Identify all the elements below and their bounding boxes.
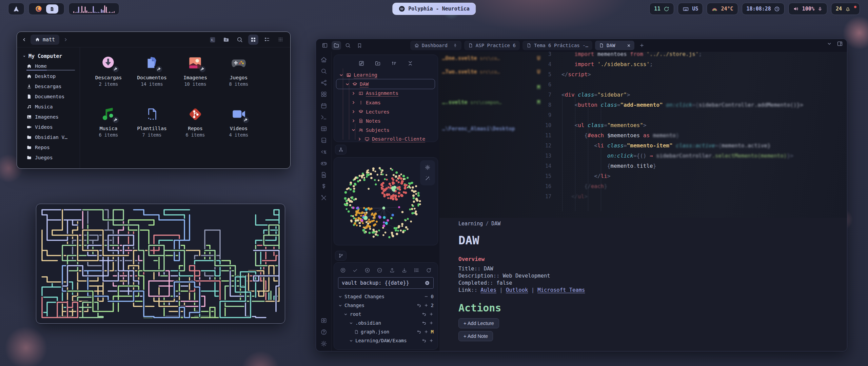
- ribbon-book-icon[interactable]: [320, 137, 327, 144]
- fm-sidebar-item-documentos[interactable]: Documentos: [17, 92, 80, 102]
- tree-item-lectures[interactable]: Lectures: [334, 107, 438, 116]
- files-tab-icon[interactable]: [332, 41, 341, 50]
- tree-item-exams[interactable]: Exams: [334, 98, 438, 107]
- ribbon-dollar-icon[interactable]: [320, 183, 327, 190]
- sidebar-section-header[interactable]: My Computer: [17, 52, 80, 61]
- grid-view-button[interactable]: [248, 35, 258, 45]
- commit-message-input[interactable]: vault backup: {{date}}: [338, 277, 434, 289]
- clear-message-icon[interactable]: [425, 280, 430, 286]
- menu-button[interactable]: [275, 35, 285, 45]
- note-button-add-lecture[interactable]: + Add Lecture: [458, 318, 499, 328]
- chevron-down-icon[interactable]: [338, 294, 342, 299]
- ribbon-help-icon[interactable]: [320, 329, 327, 336]
- git-action-undo-icon[interactable]: [422, 321, 427, 325]
- git-circle-up-icon[interactable]: [340, 267, 346, 273]
- folder-musica[interactable]: Musica 6 items: [87, 103, 130, 154]
- fm-sidebar-item-videos[interactable]: Videos: [17, 122, 80, 132]
- bookmarks-tab-icon[interactable]: [355, 41, 364, 50]
- git-refresh-icon[interactable]: [426, 267, 432, 273]
- fm-sidebar-item-home[interactable]: Home: [17, 61, 80, 71]
- fm-sidebar-item-juegos[interactable]: Juegos: [17, 152, 80, 163]
- back-icon[interactable]: [22, 37, 27, 42]
- git-upload-icon[interactable]: [389, 267, 395, 273]
- chevron-down-icon[interactable]: [345, 82, 350, 87]
- git-circle-minus-icon[interactable]: [377, 267, 382, 273]
- git-action-undo-icon[interactable]: [417, 329, 421, 334]
- search-tab-icon[interactable]: [343, 41, 353, 50]
- git-action-plus-icon[interactable]: [429, 321, 434, 325]
- note-link-aules[interactable]: Aules: [480, 287, 496, 293]
- chevron-down-icon[interactable]: [349, 339, 353, 343]
- tree-item-notes[interactable]: Notes: [334, 116, 438, 125]
- ribbon-home-icon[interactable]: [320, 56, 327, 63]
- collapsed-panel-chip-graph[interactable]: [335, 145, 347, 155]
- forward-icon[interactable]: [63, 37, 68, 42]
- ribbon-terminal-icon[interactable]: [320, 114, 327, 121]
- git-circle-plus-icon[interactable]: [364, 267, 370, 273]
- ribbon-calendar-icon[interactable]: [320, 102, 327, 109]
- clock-widget[interactable]: 18:08:28: [742, 3, 785, 15]
- git-row-changes[interactable]: Changes2: [334, 301, 438, 310]
- tree-item-subjects[interactable]: Subjects: [334, 125, 438, 135]
- tree-item-learning[interactable]: Learning: [334, 70, 438, 80]
- chevron-right-icon[interactable]: [351, 109, 356, 114]
- git-row-learning-daw-exams[interactable]: Learning/DAW/Exams: [334, 336, 438, 345]
- git-action-undo-icon[interactable]: [422, 312, 427, 317]
- volume-widget[interactable]: 100%: [788, 3, 827, 15]
- list-view-button[interactable]: [262, 35, 272, 45]
- graph-filter-wand-icon[interactable]: [425, 175, 431, 181]
- git-check-icon[interactable]: [352, 267, 358, 273]
- folder-videos[interactable]: Videos 4 items: [217, 103, 260, 154]
- folder-descargas[interactable]: Descargas 2 items: [87, 52, 130, 103]
- fm-sidebar-item-imagenes[interactable]: Imagenes: [17, 112, 80, 122]
- open-terminal-button[interactable]: $_: [208, 35, 218, 45]
- collapse-all-icon[interactable]: [407, 60, 413, 66]
- ribbon-vault-icon[interactable]: [320, 317, 327, 324]
- chevron-down-icon[interactable]: [349, 321, 353, 325]
- chevron-down-icon[interactable]: [338, 303, 342, 308]
- toggle-left-sidebar-icon[interactable]: [320, 41, 330, 50]
- now-playing-widget[interactable]: Polyphia - Neurotica: [392, 3, 476, 15]
- git-action-plus-icon[interactable]: [424, 303, 429, 308]
- tree-item-assignments[interactable]: Assignments: [334, 89, 438, 98]
- ribbon-gear-icon[interactable]: [320, 340, 327, 347]
- updates-widget[interactable]: 11: [649, 3, 674, 15]
- new-note-icon[interactable]: [358, 60, 364, 66]
- ribbon-table-icon[interactable]: [320, 125, 327, 132]
- chevron-down-icon[interactable]: [351, 127, 356, 133]
- notifications-widget[interactable]: 24: [831, 3, 860, 15]
- ribbon-code-icon[interactable]: [320, 148, 327, 155]
- git-row-graph-json[interactable]: graph.jsonM: [334, 327, 438, 336]
- new-folder-icon[interactable]: [375, 60, 381, 66]
- folder-plantillas[interactable]: Plantillas 7 items: [130, 103, 174, 154]
- tab-asp-practice-6[interactable]: ASP Practice 6: [464, 41, 520, 50]
- ribbon-share-icon[interactable]: [320, 79, 327, 86]
- ribbon-search-icon[interactable]: [320, 68, 327, 75]
- ribbon-blocks-icon[interactable]: [320, 91, 327, 98]
- git-action-minus-icon[interactable]: [424, 294, 429, 299]
- note-link-microsoft-teams[interactable]: Microsoft Teams: [537, 287, 585, 293]
- fm-sidebar-item-desktop[interactable]: Desktop: [17, 71, 80, 81]
- chevron-right-icon[interactable]: [351, 100, 356, 105]
- tree-item-desarrollo-cliente[interactable]: Desarrollo-Cliente: [334, 135, 438, 144]
- folder-repos[interactable]: Repos 6 items: [174, 103, 217, 154]
- git-action-undo-icon[interactable]: [422, 338, 427, 343]
- folder-juegos[interactable]: Juegos 8 items: [217, 52, 260, 103]
- new-tab-button[interactable]: [637, 41, 647, 50]
- launcher-button[interactable]: [8, 3, 24, 15]
- new-folder-button[interactable]: [221, 35, 231, 45]
- folder-documentos[interactable]: Documentos 14 items: [130, 52, 174, 103]
- chevron-down-icon[interactable]: [343, 312, 348, 317]
- note-breadcrumb[interactable]: Learning/DAW: [458, 221, 500, 227]
- collapsed-panel-chip-git[interactable]: [335, 251, 347, 261]
- ribbon-gamepad-icon[interactable]: [320, 160, 327, 167]
- toggle-right-sidebar-icon[interactable]: [837, 41, 843, 47]
- graph-settings-icon[interactable]: [425, 164, 431, 170]
- fm-sidebar-item-repos[interactable]: Repos: [17, 142, 80, 152]
- ribbon-file-search-icon[interactable]: [320, 171, 327, 178]
- git-row-root[interactable]: root: [334, 310, 438, 319]
- keyboard-layout-widget[interactable]: US: [678, 3, 703, 15]
- git-row-staged-changes[interactable]: Staged Changes0: [334, 292, 438, 301]
- git-download-icon[interactable]: [401, 267, 407, 273]
- obsidian-dock-icon[interactable]: [46, 4, 58, 14]
